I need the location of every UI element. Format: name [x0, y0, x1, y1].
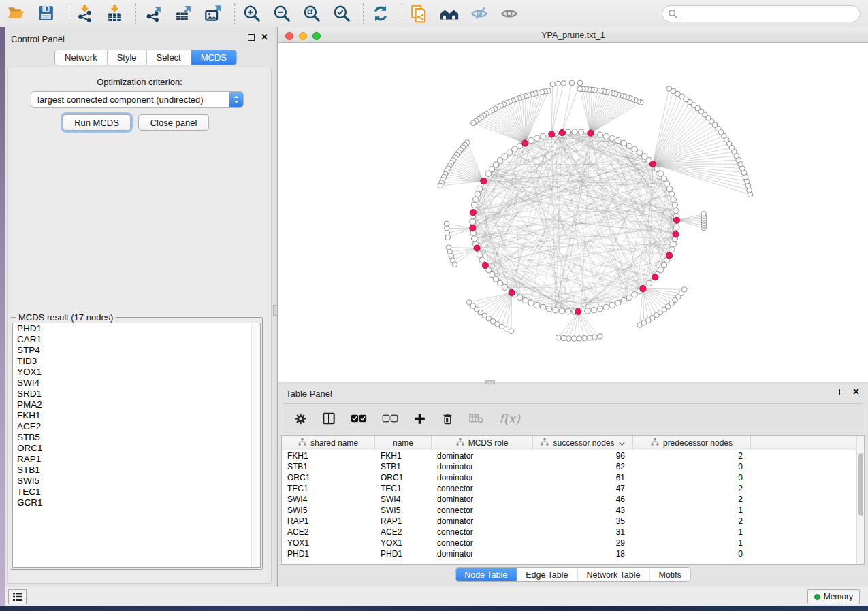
run-mcds-button[interactable]: Run MCDS: [63, 114, 131, 131]
tab-mcds[interactable]: MCDS: [191, 50, 236, 65]
zoom-selected-icon[interactable]: [332, 3, 352, 24]
delete-table-icon: [469, 413, 484, 424]
splitter-handle[interactable]: [273, 305, 278, 316]
import-table-icon[interactable]: [104, 3, 125, 24]
float-panel-icon[interactable]: [248, 34, 255, 41]
table-scrollbar[interactable]: [856, 436, 864, 564]
zoom-fit-icon[interactable]: [302, 3, 322, 24]
mcds-result-item[interactable]: STB1: [13, 465, 260, 476]
zoom-in-icon[interactable]: [242, 3, 262, 24]
tab-node-table[interactable]: Node Table: [455, 568, 517, 581]
mcds-result-item[interactable]: RAP1: [13, 454, 260, 465]
table-row[interactable]: STB1STB1dominator620: [282, 461, 864, 472]
task-history-button[interactable]: [8, 589, 27, 604]
mcds-result-groupbox: MCDS result (17 nodes) PHD1CAR1STP4TID3Y…: [10, 317, 263, 570]
show-all-icon[interactable]: [499, 3, 519, 24]
status-bar: Memory: [5, 587, 868, 606]
table-row[interactable]: TEC1TEC1connector472: [282, 483, 864, 494]
toolbar-separator: [402, 3, 402, 24]
column-header-successor-nodes[interactable]: successor nodes: [533, 436, 633, 450]
tab-network-table[interactable]: Network Table: [578, 568, 650, 581]
hierarchy-icon: [651, 438, 659, 448]
mcds-result-item[interactable]: PHD1: [13, 323, 260, 334]
mcds-result-item[interactable]: TID3: [13, 356, 260, 367]
mcds-result-title: MCDS result (17 nodes): [16, 312, 116, 323]
table-panel-title: Table Panel: [286, 389, 332, 399]
toolbar-separator: [363, 3, 364, 24]
open-icon[interactable]: [5, 3, 26, 24]
mcds-result-item[interactable]: PMA2: [13, 399, 260, 410]
mcds-result-item[interactable]: SWI4: [13, 378, 260, 389]
search-box[interactable]: [662, 5, 861, 22]
criterion-dropdown[interactable]: largest connected component (undirected): [31, 91, 244, 108]
tab-motifs[interactable]: Motifs: [649, 568, 690, 581]
column-header-MCDS-role[interactable]: MCDS role: [432, 436, 533, 450]
mcds-result-item[interactable]: TEC1: [13, 486, 260, 497]
network-graph[interactable]: [278, 43, 868, 382]
table-row[interactable]: RAP1RAP1dominator352: [282, 516, 864, 527]
mcds-result-item[interactable]: ORC1: [13, 443, 260, 454]
settings-icon[interactable]: [294, 412, 307, 425]
column-header-shared-name[interactable]: shared name: [282, 436, 375, 450]
mcds-result-item[interactable]: GCR1: [13, 497, 260, 508]
tab-select[interactable]: Select: [147, 50, 191, 65]
mcds-result-item[interactable]: ACE2: [13, 421, 260, 432]
zoom-out-icon[interactable]: [272, 3, 292, 24]
table-row[interactable]: ORC1ORC1dominator610: [282, 472, 864, 483]
table-row[interactable]: SWI5SWI5connector431: [282, 505, 864, 516]
table-row[interactable]: PHD1PHD1dominator180: [282, 548, 864, 559]
add-column-icon[interactable]: [413, 412, 426, 425]
table-row[interactable]: SWI4SWI4dominator462: [282, 494, 864, 505]
column-header-predecessor-nodes[interactable]: predecessor nodes: [633, 436, 751, 450]
table-row[interactable]: ACE2ACE2connector311: [282, 527, 864, 538]
mcds-result-item[interactable]: SRD1: [13, 389, 260, 399]
tab-edge-table[interactable]: Edge Table: [517, 568, 577, 581]
network-window-titlebar[interactable]: YPA_prune.txt_1: [278, 29, 868, 43]
close-panel-icon[interactable]: ✕: [261, 33, 268, 41]
mcds-list-scrollbar[interactable]: [251, 323, 260, 567]
search-icon: [668, 9, 678, 19]
first-neighbors-icon[interactable]: [439, 3, 460, 24]
node-table: shared namenameMCDS rolesuccessor nodesp…: [281, 435, 865, 565]
memory-label: Memory: [824, 592, 853, 601]
mcds-result-item[interactable]: CAR1: [13, 334, 260, 345]
hierarchy-icon: [541, 438, 549, 448]
close-panel-icon[interactable]: ✕: [852, 388, 860, 395]
main-toolbar: [0, 0, 868, 27]
criterion-dropdown-value: largest connected component (undirected): [31, 95, 229, 105]
memory-button[interactable]: Memory: [807, 589, 860, 604]
mcds-result-item[interactable]: STP4: [13, 345, 260, 356]
import-network-icon[interactable]: [74, 3, 95, 24]
select-all-icon[interactable]: [351, 414, 367, 423]
column-header-filler: [751, 436, 864, 450]
mcds-result-item[interactable]: FKH1: [13, 410, 260, 421]
optimization-criterion-label: Optimization criterion:: [5, 77, 274, 87]
tab-network[interactable]: Network: [55, 50, 108, 65]
table-scrollbar-thumb[interactable]: [858, 453, 863, 516]
hide-selected-icon[interactable]: [469, 3, 489, 24]
deselect-all-icon[interactable]: [382, 414, 398, 423]
mcds-result-item[interactable]: STB5: [13, 432, 260, 443]
function-builder-icon: f(x): [499, 412, 520, 426]
export-image-icon[interactable]: [203, 3, 223, 24]
save-icon[interactable]: [35, 3, 56, 24]
float-panel-icon[interactable]: [839, 389, 846, 395]
column-header-name[interactable]: name: [375, 436, 432, 450]
tab-style[interactable]: Style: [108, 50, 147, 65]
refresh-icon[interactable]: [370, 3, 391, 24]
show-columns-icon[interactable]: [322, 412, 336, 425]
delete-column-icon[interactable]: [441, 412, 454, 425]
export-network-icon[interactable]: [143, 3, 163, 24]
table-row[interactable]: FKH1FKH1dominator962: [282, 450, 864, 461]
table-panel: Table Panel ✕ f(x) shared namenameMCD: [278, 384, 868, 587]
mcds-result-item[interactable]: YOX1: [13, 367, 260, 378]
export-table-icon[interactable]: [173, 3, 193, 24]
network-view-window: YPA_prune.txt_1: [278, 29, 868, 382]
dropdown-stepper-icon: [229, 92, 243, 107]
control-panel: Control Panel ✕ NetworkStyleSelectMCDS O…: [5, 27, 274, 587]
close-panel-button[interactable]: Close panel: [138, 114, 209, 131]
mcds-result-item[interactable]: SWI5: [13, 476, 260, 486]
clone-network-icon[interactable]: [409, 3, 430, 24]
table-row[interactable]: YOX1YOX1connector291: [282, 538, 864, 548]
search-input[interactable]: [678, 10, 860, 19]
